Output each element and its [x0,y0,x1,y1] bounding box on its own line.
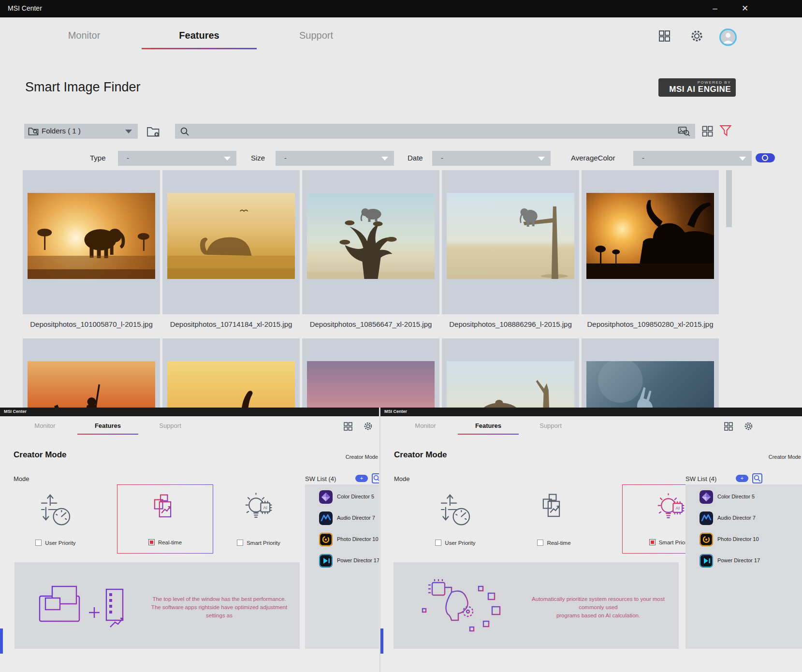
sw-add-button[interactable]: + [355,475,368,482]
minimize-button[interactable]: – [704,2,726,15]
tab-monitor[interactable]: Monitor [60,28,108,43]
tab-features[interactable]: Features [469,421,508,431]
photo-elephant-on-tree[interactable] [307,193,435,279]
user-priority-checkbox[interactable] [35,540,42,546]
tab-support[interactable]: Support [292,28,340,43]
mode-option-smart-priority[interactable]: AI Smart Priority [218,484,300,554]
sw-search-button[interactable] [372,473,379,483]
mode-description-panel: The top level of the window has the best… [15,562,300,649]
ai-calculation-icon [422,577,513,639]
mode-description-text: The top level of the window has the best… [143,595,296,620]
filter-date-dropdown[interactable]: - [432,151,551,166]
sw-item-audio-director[interactable]: Audio Director 7 [685,508,802,530]
sw-item-name: Photo Director 10 [717,536,759,542]
add-folder-button[interactable] [146,125,160,140]
user-priority-icon [15,491,97,532]
tab-monitor[interactable]: Monitor [26,421,64,431]
photo-elephant-haze[interactable] [167,193,295,279]
image-card[interactable] [302,170,439,314]
mode-option-real-time[interactable]: Real-time [510,484,598,554]
photo-deer-abstract[interactable] [586,361,714,408]
real-time-checkbox[interactable] [537,540,543,546]
title-bar[interactable]: MSI Center – ✕ [0,0,802,17]
folder-search-icon [28,126,39,138]
sw-add-button[interactable]: + [736,475,748,482]
filter-size-dropdown[interactable]: - [276,151,394,166]
sw-item-name: Color Director 5 [717,494,755,499]
sw-item-color-director[interactable]: Color Director 5 [305,486,379,509]
tab-support[interactable]: Support [151,421,190,431]
scrollbar-thumb-blue[interactable] [0,628,3,654]
filter-toggle-switch[interactable] [756,153,775,162]
apps-grid-icon[interactable] [658,30,671,44]
user-priority-checkbox[interactable] [435,540,441,546]
active-tab-underline [77,434,138,435]
chevron-down-icon [224,157,231,161]
creator-mode-link[interactable]: Creator Mode [346,454,378,460]
image-filename: Depositphotos_101005870_l-2015.jpg [19,320,164,328]
title-bar[interactable]: MSI Center [0,408,379,416]
filter-type-label: Type [90,154,106,162]
filter-type-dropdown[interactable]: - [118,151,236,166]
mode-description-text: Automatically prioritize system resource… [522,595,675,620]
sw-item-photo-director[interactable]: Photo Director 10 [305,529,379,551]
settings-gear-icon[interactable] [364,422,373,433]
sw-item-power-director[interactable]: Power Director 17 [685,550,802,572]
photo-elephant-sunrise[interactable] [28,193,155,279]
mode-option-user-priority[interactable]: User Priority [412,484,499,554]
filter-funnel-icon[interactable] [719,124,732,139]
smart-priority-checkbox[interactable] [237,540,243,546]
folders-dropdown[interactable]: Folders ( 1 ) [24,124,138,139]
sw-item-color-director[interactable]: Color Director 5 [685,486,802,509]
image-card[interactable] [442,338,579,408]
smart-priority-checkbox[interactable] [649,539,656,545]
msi-center-desktop: MSI Center – ✕ Monitor Features Support … [0,0,802,672]
photo-longhorn-sunset[interactable] [586,193,714,279]
image-card[interactable] [582,338,719,408]
real-time-checkbox[interactable] [148,539,155,545]
apps-grid-icon[interactable] [724,422,733,433]
sw-item-audio-director[interactable]: Audio Director 7 [305,508,379,530]
settings-gear-icon[interactable] [690,29,703,44]
image-card[interactable] [23,170,160,314]
tab-features[interactable]: Features [88,421,127,431]
settings-gear-icon[interactable] [744,422,753,433]
mode-option-real-time[interactable]: Real-time [117,484,213,554]
image-card[interactable] [23,338,160,408]
photo-rhino-desert[interactable] [447,361,574,408]
sw-item-photo-director[interactable]: Photo Director 10 [685,529,802,551]
photo-horse-rider-sunset[interactable] [28,361,155,408]
mode-option-label: Real-time [547,540,570,546]
description-line1: Automatically prioritize system resource… [522,595,675,612]
tab-features[interactable]: Features [170,28,228,43]
image-search-icon[interactable] [678,126,690,138]
sw-item-power-director[interactable]: Power Director 17 [305,550,379,572]
sw-search-button[interactable] [752,473,762,483]
apps-grid-icon[interactable] [344,422,352,433]
search-field[interactable] [175,124,695,139]
creator-mode-link[interactable]: Creator Mode [769,454,801,460]
mode-option-user-priority[interactable]: User Priority [15,484,97,554]
close-button[interactable]: ✕ [734,2,756,15]
tab-support[interactable]: Support [531,421,570,431]
filter-size-label: Size [251,154,265,162]
grid-view-icon[interactable] [702,126,713,139]
vertical-scrollbar-thumb[interactable] [726,170,732,227]
scrollbar-thumb-blue[interactable] [380,628,383,654]
image-card[interactable] [582,170,719,314]
image-card[interactable] [302,338,439,408]
chevron-down-icon [125,130,132,133]
image-card[interactable] [162,338,300,408]
filter-averagecolor-dropdown[interactable]: - [633,151,752,166]
tab-monitor[interactable]: Monitor [406,421,445,431]
search-input[interactable] [191,124,672,140]
photo-elephant-on-branch[interactable] [447,193,574,279]
user-avatar[interactable] [719,29,737,46]
photo-fox-purple-sky[interactable] [307,361,435,408]
description-line2: programs based on AI calculation. [522,612,675,620]
title-bar[interactable]: MSI Center [380,408,802,416]
photo-dinosaur-silhouette[interactable] [167,361,295,408]
image-card[interactable] [442,170,579,314]
sw-list-panel: Color Director 5 Audio Director 7 Photo … [305,484,379,649]
image-card[interactable] [162,170,300,314]
